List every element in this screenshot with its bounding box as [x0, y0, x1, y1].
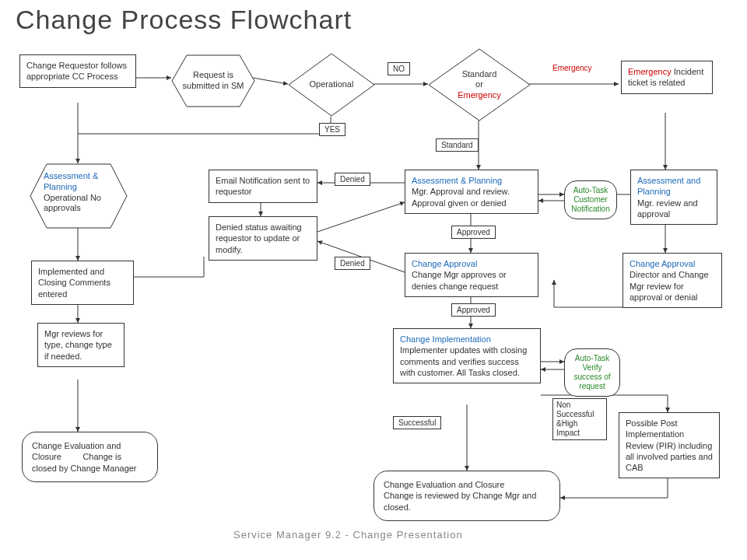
body: Mgr. review and approval [637, 198, 698, 219]
text: Standard or Emergency [428, 48, 531, 121]
node-std-emerg-decision: Standard or Emergency [428, 48, 531, 121]
page-title: Change Process Flowchart [16, 5, 352, 35]
body: Operational No approvals [44, 193, 101, 213]
label-denied-1: Denied [335, 173, 370, 186]
node-mgr-reviews: Mgr reviews for type, change type if nee… [37, 323, 124, 367]
title: Assessment and Planning [637, 176, 700, 196]
label-yes: YES [319, 123, 345, 136]
body: Director and Change Mgr review for appro… [630, 270, 709, 302]
body: Mgr. Approval and review. Approval given… [412, 187, 510, 207]
text: Operational [288, 53, 375, 117]
node-implemented: Implemented and Closing Comments entered [31, 261, 134, 305]
node-email-notify: Email Notification sent to requestor [209, 170, 317, 203]
svg-line-1 [253, 78, 288, 84]
node-autotask-customer: Auto-Task Customer Notification [564, 180, 617, 219]
body: Change Mgr approves or denies change req… [412, 270, 507, 290]
label-no: NO [388, 62, 410, 75]
title: Change Approval [412, 259, 477, 268]
text: Mgr reviews for type, change type if nee… [44, 329, 112, 361]
text: Auto-Task Verify success of request [573, 354, 610, 390]
title: Assessment & Planning [44, 171, 98, 191]
node-operational-decision: Operational [288, 53, 375, 117]
node-autotask-verify: Auto-Task Verify success of request [564, 348, 620, 397]
node-change-approval-dir: Change Approval Director and Change Mgr … [622, 253, 722, 308]
body: Implementer updates with closing comment… [400, 345, 527, 377]
node-change-impl: Change Implementation Implementer update… [393, 328, 541, 383]
label-approved-2: Approved [451, 303, 496, 317]
text: Email Notification sent to requestor [216, 176, 310, 196]
node-assess-operational: Assessment & Planning Operational No app… [30, 163, 128, 229]
text: Denied status awaiting requestor to upda… [216, 222, 302, 254]
node-assess-plan: Assessment & Planning Mgr. Approval and … [405, 170, 538, 214]
label-emergency: Emergency [552, 64, 592, 73]
text: Implemented and Closing Comments entered [38, 267, 110, 299]
text: Request is submitted in SM [171, 54, 255, 107]
text: Auto-Task Customer Notification [571, 186, 609, 213]
node-change-approval: Change Approval Change Mgr approves or d… [405, 253, 538, 297]
text: Possible Post Implementation Review (PIR… [626, 418, 713, 472]
node-pir: Possible Post Implementation Review (PIR… [619, 412, 720, 478]
label-non-successful: Non Successful &High Impact [552, 398, 607, 440]
title: Assessment & Planning [412, 176, 502, 185]
label-successful: Successful [393, 416, 441, 429]
label-approved-1: Approved [451, 226, 496, 239]
label-denied-2: Denied [335, 257, 370, 270]
label-standard: Standard [436, 138, 479, 152]
svg-line-12 [317, 202, 405, 232]
node-eval-closure-2: Change Evaluation and Closure Change is … [374, 471, 560, 521]
body: Change is reviewed by Change Mgr and clo… [384, 491, 536, 511]
footer-text: Service Manager 9.2 - Change Presentatio… [233, 529, 463, 541]
title: Change Evaluation and Closure [384, 480, 504, 489]
title: Emergency [628, 67, 672, 76]
text: Change Requestor follows appropriate CC … [26, 61, 127, 81]
node-eval-closure: Change Evaluation and Closure Change is … [22, 432, 158, 482]
node-denied-status: Denied status awaiting requestor to upda… [209, 216, 317, 261]
node-requestor: Change Requestor follows appropriate CC … [19, 54, 136, 88]
title: Change Implementation [400, 334, 491, 344]
node-assess-emerg: Assessment and Planning Mgr. review and … [630, 170, 717, 225]
node-emergency-incident: Emergency Incident ticket is related [621, 61, 713, 94]
node-submitted: Request is submitted in SM [171, 54, 255, 107]
title: Change Approval [630, 259, 695, 268]
